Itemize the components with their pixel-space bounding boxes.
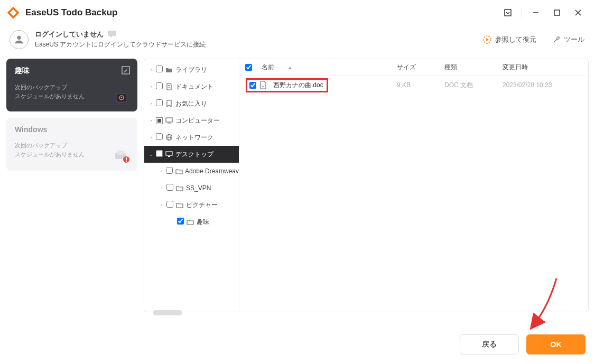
tree-item-label: ピクチャー: [186, 201, 218, 210]
task-card-line1: 次回のバックアップ: [15, 141, 129, 150]
tree-checkbox[interactable]: [177, 218, 184, 226]
tree-checkbox[interactable]: [156, 99, 163, 108]
tree-checkbox[interactable]: [156, 133, 163, 142]
header-type[interactable]: 種類: [440, 63, 498, 72]
svg-rect-19: [126, 157, 127, 160]
app-title: EaseUS Todo Backup: [25, 7, 497, 18]
tree-item[interactable]: ›SS_VPN: [144, 180, 239, 197]
expand-chevron-icon[interactable]: ›: [159, 169, 164, 174]
header-name[interactable]: 名前▲: [257, 63, 393, 72]
svg-rect-20: [126, 161, 127, 162]
task-card-line2: スケジュールがありません: [15, 92, 129, 101]
file-name: 西野カナの曲.doc: [273, 81, 323, 90]
tree-item[interactable]: ⌄デスクトップ: [144, 146, 239, 163]
footer-buttons: 戻る OK: [460, 334, 585, 354]
tree-checkbox[interactable]: [156, 66, 163, 74]
folder-tree[interactable]: ›ライブラリ›ドキュメント›お気に入り›コンピューター›ネットワーク⌄デスクトッ…: [144, 59, 239, 312]
svg-rect-23: [166, 118, 172, 122]
chat-icon: [108, 31, 116, 38]
titlebar: EaseUS Todo Backup: [0, 0, 595, 25]
tree-item[interactable]: 趣味: [144, 213, 239, 230]
doc-file-icon: W: [259, 81, 267, 89]
expand-chevron-icon[interactable]: ⌄: [148, 152, 154, 157]
tree-item-label: ライブラリ: [175, 66, 207, 74]
browse-restore-label: 参照して復元: [495, 35, 536, 44]
tree-item[interactable]: ›お気に入り: [144, 95, 239, 112]
tree-item-label: 趣味: [197, 218, 209, 227]
file-picker-panel: ›ライブラリ›ドキュメント›お気に入り›コンピューター›ネットワーク⌄デスクトッ…: [144, 59, 589, 312]
folder-o-icon: [175, 202, 184, 208]
user-row: ログインしていません EaseUS アカウントにログインしてクラウドサービスに接…: [0, 25, 595, 59]
close-button[interactable]: [568, 2, 589, 23]
svg-point-15: [121, 97, 123, 99]
tree-item[interactable]: ›ピクチャー: [144, 197, 239, 213]
horizontal-scrollbar[interactable]: [153, 310, 182, 315]
file-row[interactable]: W西野カナの曲.doc9 KBDOC 文档2023/02/28 10:23: [239, 76, 588, 94]
header-date[interactable]: 変更日時: [498, 63, 588, 72]
header-size[interactable]: サイズ: [393, 63, 440, 72]
file-date: 2023/02/28 10:23: [498, 81, 588, 89]
svg-text:W: W: [262, 85, 264, 88]
sort-asc-icon: ▲: [288, 66, 292, 70]
tree-checkbox[interactable]: [156, 82, 163, 91]
expand-chevron-icon[interactable]: ›: [148, 135, 154, 140]
tree-checkbox[interactable]: [156, 117, 163, 124]
expand-chevron-icon[interactable]: ›: [148, 84, 154, 89]
tree-item[interactable]: ›ドキュメント: [144, 78, 239, 95]
task-card-title: Windows: [15, 125, 129, 134]
tree-item[interactable]: ›ライブラリ: [144, 61, 239, 78]
tree-checkbox[interactable]: [166, 201, 173, 209]
wrench-icon: [552, 35, 561, 44]
tools-label: ツール: [564, 35, 584, 44]
desktop-icon: [165, 151, 173, 157]
minimize-button[interactable]: [525, 2, 546, 23]
svg-rect-2: [505, 10, 511, 16]
folder-o-icon: [186, 219, 194, 225]
svg-rect-4: [554, 10, 560, 15]
fav-icon: [165, 100, 173, 107]
maximize-button[interactable]: [546, 2, 568, 23]
expand-chevron-icon[interactable]: ›: [159, 185, 164, 191]
tree-item[interactable]: ›コンピューター: [144, 112, 239, 129]
network-icon: [165, 134, 173, 141]
file-list-header: 名前▲ サイズ 種類 変更日時: [239, 59, 588, 76]
login-status: ログインしていません: [35, 30, 104, 39]
expand-chevron-icon[interactable]: ›: [148, 101, 154, 106]
login-block[interactable]: ログインしていません EaseUS アカウントにログインしてクラウドサービスに接…: [35, 30, 206, 49]
task-card-line1: 次回のバックアップ: [15, 83, 129, 92]
folder-o-icon: [175, 185, 184, 191]
tree-checkbox[interactable]: [156, 150, 163, 158]
tree-item-label: コンピューター: [175, 116, 220, 125]
svg-rect-29: [168, 156, 170, 157]
task-card[interactable]: Windows 次回のバックアップ スケジュールがありません: [6, 118, 137, 171]
dropdown-button[interactable]: [497, 2, 518, 23]
drive-warning-icon: [114, 150, 130, 163]
ok-button[interactable]: OK: [526, 334, 585, 354]
avatar-icon[interactable]: [10, 30, 29, 49]
folder-o-icon: [175, 168, 183, 174]
edit-icon[interactable]: [122, 66, 130, 74]
tree-item[interactable]: ›ネットワーク: [144, 129, 239, 146]
tools-button[interactable]: ツール: [552, 35, 584, 44]
tree-item-label: Adobe Dreamweav: [185, 167, 239, 175]
expand-chevron-icon[interactable]: ›: [159, 202, 164, 208]
file-list: 名前▲ サイズ 種類 変更日時 W西野カナの曲.doc9 KBDOC 文档202…: [239, 59, 588, 312]
expand-chevron-icon[interactable]: ›: [148, 67, 154, 72]
expand-chevron-icon[interactable]: ›: [148, 118, 154, 123]
highlight-box: W西野カナの曲.doc: [246, 78, 328, 92]
svg-point-7: [17, 35, 21, 39]
computer-icon: [165, 117, 173, 124]
tree-checkbox[interactable]: [166, 184, 173, 192]
separator: [522, 8, 522, 17]
task-cards: 趣味 次回のバックアップ スケジュールがありません Windows 次回のバック…: [6, 59, 137, 312]
file-checkbox[interactable]: [249, 82, 256, 89]
tree-item[interactable]: ›Adobe Dreamweav: [144, 163, 239, 180]
header-check[interactable]: [239, 64, 257, 71]
svg-marker-11: [486, 38, 489, 41]
tree-checkbox[interactable]: [166, 167, 173, 175]
svg-rect-17: [117, 151, 124, 155]
folder-icon: [165, 67, 173, 73]
task-card-selected[interactable]: 趣味 次回のバックアップ スケジュールがありません: [6, 59, 137, 111]
browse-restore-button[interactable]: 参照して復元: [482, 35, 536, 44]
back-button[interactable]: 戻る: [460, 334, 519, 354]
